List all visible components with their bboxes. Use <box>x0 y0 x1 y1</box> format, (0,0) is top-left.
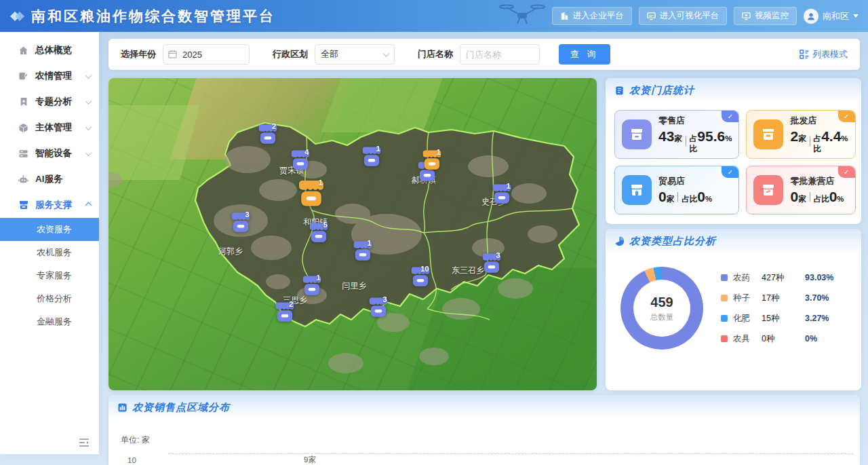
store-stats-header: 农资门店统计 <box>606 78 861 103</box>
stat-values: 0家 占比0% <box>658 189 712 205</box>
district-filter-label: 行政区划 <box>273 48 308 60</box>
region-distribution-panel: 农资销售点区域分布 单位: 家 10 9家 <box>108 395 860 465</box>
sidebar-item-service-support[interactable]: 服务支撑 <box>0 192 99 218</box>
store-marker[interactable]: 10 <box>412 267 430 286</box>
store-stats-panel: 农资门店统计 零售店 43家 占比95.6% 批发店 2家 <box>606 78 861 224</box>
panel-title: 农资销售点区域分布 <box>132 401 230 414</box>
legend-row[interactable]: 化肥 15种 3.27% <box>721 313 852 324</box>
store-marker[interactable]: 2 <box>275 302 294 322</box>
chevron-down-icon <box>383 50 390 57</box>
donut-legend: 农药 427种 93.03% 种子 17种 3.70% 化肥 15种 3.27%… <box>721 272 852 345</box>
district-select[interactable]: 全部 <box>315 44 395 64</box>
filter-bar: 选择年份 行政区划 全部 门店名称 查 询 列表模式 <box>108 39 860 70</box>
legend-swatch <box>721 295 728 301</box>
list-mode-toggle[interactable]: 列表模式 <box>800 48 848 60</box>
legend-row[interactable]: 种子 17种 3.70% <box>721 293 852 304</box>
server-icon <box>18 148 29 160</box>
store-name-filter-label: 门店名称 <box>418 48 453 60</box>
stat-card-retail-wholesale[interactable]: 零批兼营店 0家 占比0% <box>746 166 855 215</box>
checkmark-badge[interactable] <box>722 111 738 122</box>
store-marker[interactable]: 3 <box>370 297 388 317</box>
sidebar-collapse-icon[interactable] <box>79 438 90 447</box>
app-title: 南和区粮油作物综合数智管理平台 <box>31 7 275 26</box>
user-name: 南和区 <box>823 10 849 22</box>
legend-swatch <box>721 315 728 322</box>
legend-row[interactable]: 农具 0种 0% <box>721 333 852 345</box>
sidebar-item-agri-management[interactable]: 农情管理 <box>0 63 99 89</box>
person-icon <box>806 12 816 21</box>
y-axis-tick: 10 <box>127 456 136 464</box>
checkmark-badge[interactable] <box>722 166 738 178</box>
donut-total-label: 总数量 <box>650 312 674 322</box>
app-header: 南和区粮油作物综合数智管理平台 进入企业平台 进入可视化平台 视频监控 南和区 <box>0 0 868 32</box>
stat-card-retail[interactable]: 零售店 43家 占比95.6% <box>614 110 739 159</box>
store-marker[interactable]: 1 <box>363 147 381 166</box>
building-icon <box>560 12 569 20</box>
bar-chart-icon <box>117 403 127 413</box>
donut-total: 459 <box>650 295 673 310</box>
store-marker[interactable]: 3 <box>483 253 501 273</box>
leaf-chart-icon <box>18 71 29 82</box>
trade-store-icon <box>622 175 652 205</box>
store-marker[interactable]: 3 <box>232 212 250 232</box>
stat-values: 43家 占比95.6% <box>658 128 732 154</box>
sidebar-item-entity-management[interactable]: 主体管理 <box>0 115 99 141</box>
district-map[interactable]: 贾宋镇郝桥镇史召乡和阳镇河郭乡东三召乡闫里乡三思乡241111351310123 <box>108 78 597 390</box>
sidebar-item-smart-devices[interactable]: 智能设备 <box>0 141 99 166</box>
app-logo-icon <box>11 10 24 23</box>
checkmark-badge[interactable] <box>838 166 855 178</box>
legend-swatch <box>721 335 728 342</box>
sidebar-item-topic-analysis[interactable]: 专题分析 <box>0 89 99 115</box>
enter-enterprise-platform-button[interactable]: 进入企业平台 <box>552 7 632 25</box>
stat-card-trade[interactable]: 贸易店 0家 占比0% <box>614 166 739 215</box>
panel-title: 农资门店统计 <box>629 84 694 97</box>
clipboard-icon <box>614 86 625 96</box>
submenu-item-agri-materials[interactable]: 农资服务 <box>0 218 99 241</box>
submenu-item-finance-service[interactable]: 金融服务 <box>0 310 99 333</box>
bar-value-label: 9家 <box>304 455 316 465</box>
legend-row[interactable]: 农药 427种 93.03% <box>721 272 852 284</box>
store-marker[interactable]: 5 <box>310 223 328 242</box>
submenu-item-expert-service[interactable]: 专家服务 <box>0 264 99 287</box>
store-marker[interactable]: 1 <box>423 150 441 170</box>
store-marker[interactable]: 4 <box>291 150 309 170</box>
panel-title: 农资类型占比分析 <box>629 235 716 248</box>
video-monitor-button[interactable]: 视频监控 <box>734 7 797 25</box>
stat-values: 0家 占比0% <box>790 189 844 205</box>
store-marker[interactable]: 1 <box>493 184 511 204</box>
submenu-item-price-analysis[interactable]: 价格分析 <box>0 287 99 310</box>
checkmark-badge[interactable] <box>838 111 855 122</box>
gridline <box>168 453 853 454</box>
store-name-input[interactable] <box>460 44 540 64</box>
region-bar-chart: 单位: 家 10 9家 <box>108 420 860 465</box>
robot-icon <box>18 174 29 185</box>
monitor-icon <box>647 12 656 20</box>
wholesale-store-icon <box>753 119 783 149</box>
district-select-value: 全部 <box>321 48 338 60</box>
storefront-icon <box>18 200 29 211</box>
sidebar-item-overview[interactable]: 总体概览 <box>0 37 99 63</box>
store-marker[interactable]: 1 <box>299 181 323 207</box>
store-marker[interactable]: 2 <box>258 124 277 144</box>
town-label: 河郭乡 <box>218 245 243 257</box>
query-button[interactable]: 查 询 <box>559 44 610 64</box>
stat-card-wholesale[interactable]: 批发店 2家 占比4.4% <box>746 110 855 159</box>
submenu-item-agri-machinery[interactable]: 农机服务 <box>0 241 99 264</box>
bookmark-star-icon <box>18 96 29 108</box>
chevron-up-icon <box>85 202 92 208</box>
home-icon <box>18 45 29 56</box>
chevron-down-icon <box>85 72 92 79</box>
store-marker[interactable]: 1 <box>354 241 372 261</box>
video-monitor-icon <box>742 12 751 20</box>
calendar-icon <box>168 50 177 58</box>
chevron-down-icon <box>85 149 92 156</box>
store-marker[interactable]: 1 <box>303 276 321 295</box>
chart-unit-label: 单位: 家 <box>121 434 150 446</box>
region-distribution-header: 农资销售点区域分布 <box>108 395 860 420</box>
sidebar-item-ai-service[interactable]: AI服务 <box>0 166 99 192</box>
chevron-down-icon <box>85 124 92 130</box>
enter-visualization-platform-button[interactable]: 进入可视化平台 <box>639 7 728 25</box>
user-menu[interactable]: 南和区 <box>804 9 859 24</box>
retail-wholesale-store-icon <box>753 175 783 205</box>
chevron-down-icon <box>85 98 92 105</box>
